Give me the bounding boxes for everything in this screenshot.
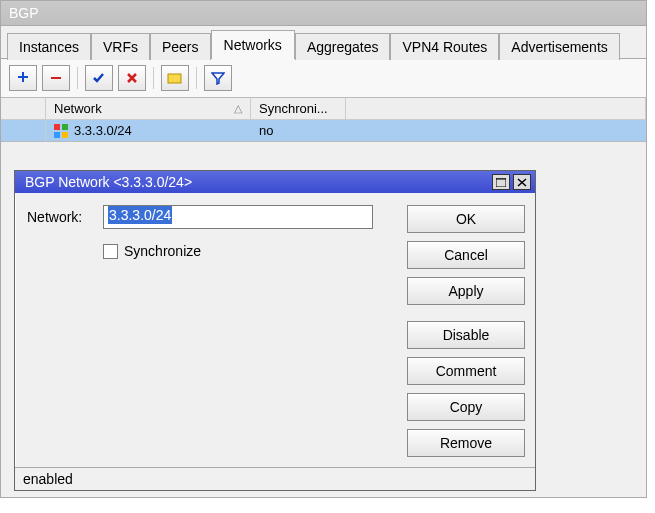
enable-button[interactable]	[85, 65, 113, 91]
col-header-synchronize[interactable]: Synchroni...	[251, 98, 346, 119]
note-icon	[167, 71, 183, 85]
cell-network: 3.3.3.0/24	[46, 120, 251, 141]
dialog-button-column: OK Cancel Apply Disable Comment Copy Rem…	[407, 205, 525, 457]
row-marker	[1, 120, 46, 141]
x-icon	[125, 71, 139, 85]
window-title: BGP	[1, 1, 646, 26]
cell-network-value: 3.3.3.0/24	[74, 123, 132, 138]
svg-rect-1	[168, 74, 181, 83]
network-row: Network: 3.3.3.0/24	[27, 205, 391, 229]
remove-button[interactable]	[42, 65, 70, 91]
col-header-blank[interactable]	[1, 98, 46, 119]
network-label: Network:	[27, 209, 97, 225]
maximize-button[interactable]	[492, 174, 510, 190]
bgp-window: BGP Instances VRFs Peers Networks Aggreg…	[0, 0, 647, 498]
tab-vpn4-routes[interactable]: VPN4 Routes	[390, 33, 499, 60]
comment-button-dialog[interactable]: Comment	[407, 357, 525, 385]
tab-peers[interactable]: Peers	[150, 33, 211, 60]
minus-icon	[49, 71, 63, 85]
close-button[interactable]	[513, 174, 531, 190]
table-row[interactable]: 3.3.3.0/24 no	[1, 120, 646, 141]
apply-button[interactable]: Apply	[407, 277, 525, 305]
svg-rect-0	[51, 77, 61, 79]
dialog-titlebar-buttons	[492, 174, 531, 190]
network-input-value: 3.3.3.0/24	[108, 206, 172, 224]
bgp-network-dialog: BGP Network <3.3.3.0/24> Network: 3.3.3	[14, 170, 536, 491]
tab-vrfs[interactable]: VRFs	[91, 33, 150, 60]
tab-networks[interactable]: Networks	[211, 30, 295, 59]
tab-aggregates[interactable]: Aggregates	[295, 33, 391, 60]
synchronize-row: Synchronize	[103, 243, 391, 259]
col-header-network-label: Network	[54, 101, 102, 116]
check-icon	[92, 71, 106, 85]
maximize-icon	[496, 178, 506, 187]
network-item-icon	[54, 124, 68, 138]
table-header: Network △ Synchroni...	[1, 98, 646, 120]
tab-advertisements[interactable]: Advertisements	[499, 33, 619, 60]
disable-button[interactable]	[118, 65, 146, 91]
network-input[interactable]: 3.3.3.0/24	[103, 205, 373, 229]
dialog-title: BGP Network <3.3.3.0/24>	[25, 174, 192, 190]
col-header-rest	[346, 98, 646, 119]
ok-button[interactable]: OK	[407, 205, 525, 233]
plus-icon	[16, 71, 30, 85]
synchronize-label: Synchronize	[124, 243, 201, 259]
comment-button[interactable]	[161, 65, 189, 91]
cell-synchronize: no	[251, 120, 346, 141]
filter-button[interactable]	[204, 65, 232, 91]
remove-button-dialog[interactable]: Remove	[407, 429, 525, 457]
cancel-button[interactable]: Cancel	[407, 241, 525, 269]
add-button[interactable]	[9, 65, 37, 91]
tab-bar: Instances VRFs Peers Networks Aggregates…	[1, 26, 646, 59]
close-icon	[517, 178, 527, 187]
copy-button[interactable]: Copy	[407, 393, 525, 421]
dialog-titlebar[interactable]: BGP Network <3.3.3.0/24>	[15, 171, 535, 193]
col-header-network[interactable]: Network △	[46, 98, 251, 119]
disable-button[interactable]: Disable	[407, 321, 525, 349]
window-body: Instances VRFs Peers Networks Aggregates…	[1, 26, 646, 497]
dialog-statusbar: enabled	[15, 467, 535, 490]
sort-indicator-icon: △	[228, 102, 242, 115]
networks-table: Network △ Synchroni... 3.3.3.0/24 no	[1, 97, 646, 142]
tab-instances[interactable]: Instances	[7, 33, 91, 60]
synchronize-checkbox[interactable]	[103, 244, 118, 259]
dialog-body: Network: 3.3.3.0/24 Synchronize OK Cance…	[15, 193, 535, 467]
funnel-icon	[211, 71, 225, 85]
toolbar	[1, 59, 646, 97]
dialog-form: Network: 3.3.3.0/24 Synchronize	[27, 205, 391, 457]
